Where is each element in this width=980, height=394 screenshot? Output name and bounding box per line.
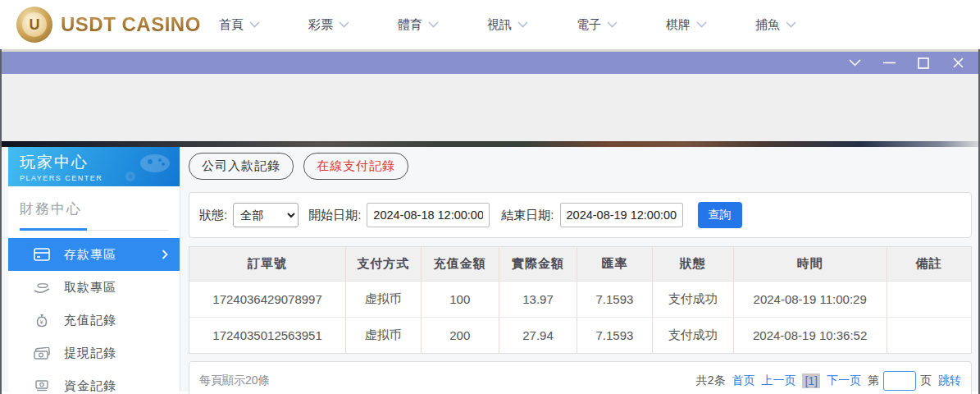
svg-text:¥: ¥	[39, 318, 43, 325]
table-header-row: 訂單號 支付方式 充值金額 實際金額 匯率 狀態 時間 備註	[189, 247, 971, 281]
jump-button[interactable]: 跳转	[938, 373, 961, 388]
sidebar-item-deposit[interactable]: 存款專區	[8, 238, 180, 271]
main-panel: 公司入款記錄 在線支付記錄 狀態: 全部 開始日期: 結束日期: 查詢	[180, 147, 978, 392]
record-tabs: 公司入款記錄 在線支付記錄	[189, 153, 972, 180]
sidebar-item-withdraw[interactable]: 取款專區	[8, 271, 180, 304]
main-nav: 首頁 彩票 體育 視訊 電子 棋牌 捕魚	[219, 17, 845, 33]
end-date-label: 結束日期:	[501, 208, 554, 223]
nav-item-lottery[interactable]: 彩票	[308, 17, 349, 33]
cell-time: 2024-08-19 10:36:52	[733, 317, 887, 353]
sidebar-item-label: 存款專區	[64, 247, 116, 263]
sidebar-item-funds-records[interactable]: 資金記錄	[8, 369, 180, 394]
sidebar-menu: 存款專區 取款專區 ¥ 充值記錄	[8, 238, 180, 394]
minimize-button[interactable]	[882, 56, 896, 71]
sidebar-item-withdrawal-records[interactable]: 提現記錄	[8, 337, 180, 369]
search-button[interactable]: 查詢	[698, 202, 742, 228]
cell-exchange-rate: 7.1593	[577, 281, 652, 317]
divider-strip	[2, 141, 978, 147]
nav-item-fishing[interactable]: 捕魚	[755, 17, 796, 33]
nav-item-home[interactable]: 首頁	[219, 17, 260, 33]
sidebar-item-recharge-records[interactable]: ¥ 充值記錄	[8, 304, 180, 337]
jump-prefix-text: 第	[868, 373, 879, 388]
current-page-indicator: [1]	[802, 373, 820, 388]
chevron-down-icon	[339, 21, 349, 28]
start-date-label: 開始日期:	[308, 208, 361, 223]
nav-item-label: 體育	[398, 17, 422, 33]
prev-page-link[interactable]: 上一页	[761, 373, 795, 388]
next-page-link[interactable]: 下一页	[827, 373, 861, 388]
logo[interactable]: U USDT CASINO	[16, 7, 209, 43]
sidebar-item-label: 取款專區	[64, 280, 116, 296]
chevron-right-icon	[162, 248, 168, 262]
first-page-link[interactable]: 首页	[732, 373, 754, 388]
page-jump-input[interactable]	[883, 371, 916, 391]
nav-item-live[interactable]: 視訊	[487, 17, 528, 33]
table-row: 1724035012563951 虚拟币 200 27.94 7.1593 支付…	[189, 317, 971, 353]
tab-company-deposit-records[interactable]: 公司入款記錄	[189, 153, 294, 180]
cash-icon	[33, 347, 51, 360]
col-order-id: 訂單號	[189, 247, 346, 281]
sidebar-item-label: 資金記錄	[64, 378, 116, 394]
cell-recharge-amount: 200	[421, 317, 499, 353]
tab-online-payment-records[interactable]: 在線支付記錄	[303, 153, 408, 180]
window-frame: 玩家中心 PLAYERS CENTER 財務中心	[0, 49, 980, 394]
cell-status: 支付成功	[652, 317, 733, 353]
nav-item-slots[interactable]: 電子	[577, 17, 618, 33]
page-size-text: 每頁顯示20條	[199, 373, 270, 388]
col-exchange-rate: 匯率	[577, 247, 652, 281]
cell-exchange-rate: 7.1593	[577, 317, 652, 353]
workspace-background	[2, 74, 978, 141]
sidebar-item-label: 提現記錄	[64, 346, 116, 361]
chevron-down-icon	[428, 21, 439, 28]
filter-bar: 狀態: 全部 開始日期: 結束日期: 查詢	[189, 192, 972, 238]
chevron-down-icon	[607, 21, 618, 28]
col-remark: 備註	[887, 247, 971, 281]
end-date-input[interactable]	[560, 203, 683, 227]
logo-monogram: U	[22, 12, 47, 37]
cell-order-id: 1724035012563951	[189, 317, 346, 353]
deposit-card-icon	[33, 248, 51, 261]
col-payment-method: 支付方式	[346, 247, 421, 281]
nav-item-label: 首頁	[219, 17, 244, 33]
cell-recharge-amount: 100	[421, 281, 499, 317]
top-navbar: U USDT CASINO 首頁 彩票 體育 視訊 電子 棋牌 捕魚	[0, 0, 980, 49]
jump-suffix-text: 页	[920, 373, 932, 388]
cell-remark	[887, 317, 971, 353]
chevron-down-icon	[786, 21, 796, 28]
table-row: 1724036429078997 虚拟币 100 13.97 7.1593 支付…	[189, 281, 971, 317]
window-titlebar	[2, 49, 978, 74]
chevron-down-icon	[517, 21, 528, 28]
collapse-chevron-button[interactable]	[847, 56, 862, 71]
maximize-button[interactable]	[916, 56, 931, 71]
total-count-text: 共2条	[696, 373, 726, 388]
cell-payment-method: 虚拟币	[346, 281, 421, 317]
logo-coin-icon: U	[16, 7, 52, 43]
records-table: 訂單號 支付方式 充值金額 實際金額 匯率 狀態 時間 備註 172403642	[189, 246, 972, 354]
content-area: 玩家中心 PLAYERS CENTER 財務中心	[2, 147, 978, 392]
start-date-input[interactable]	[367, 203, 490, 227]
funds-icon	[33, 379, 51, 392]
col-recharge-amount: 充值金額	[421, 247, 499, 281]
moneybag-icon: ¥	[33, 314, 51, 328]
nav-item-label: 彩票	[308, 17, 333, 33]
cell-time: 2024-08-19 11:00:29	[733, 281, 887, 317]
close-button[interactable]	[950, 56, 965, 71]
pager: 共2条 首页 上一页 [1] 下一页 第 页 跳转	[696, 371, 961, 391]
nav-item-label: 電子	[577, 17, 601, 33]
logo-text: USDT CASINO	[61, 13, 201, 36]
chevron-down-icon	[249, 21, 260, 28]
nav-item-sports[interactable]: 體育	[398, 17, 439, 33]
cell-remark	[887, 281, 971, 317]
col-status: 狀態	[652, 247, 733, 281]
chevron-down-icon	[696, 21, 707, 28]
status-select[interactable]: 全部	[233, 203, 299, 227]
section-underline	[20, 228, 168, 231]
nav-item-cards[interactable]: 棋牌	[666, 17, 707, 33]
col-time: 時間	[733, 247, 887, 281]
sidebar: 玩家中心 PLAYERS CENTER 財務中心	[8, 147, 180, 392]
gamepad-icon	[121, 152, 171, 186]
sidebar-item-label: 充值記錄	[64, 313, 116, 328]
finance-center-title: 財務中心	[20, 199, 168, 218]
nav-item-label: 視訊	[487, 17, 512, 33]
players-center-header: 玩家中心 PLAYERS CENTER	[8, 147, 180, 186]
